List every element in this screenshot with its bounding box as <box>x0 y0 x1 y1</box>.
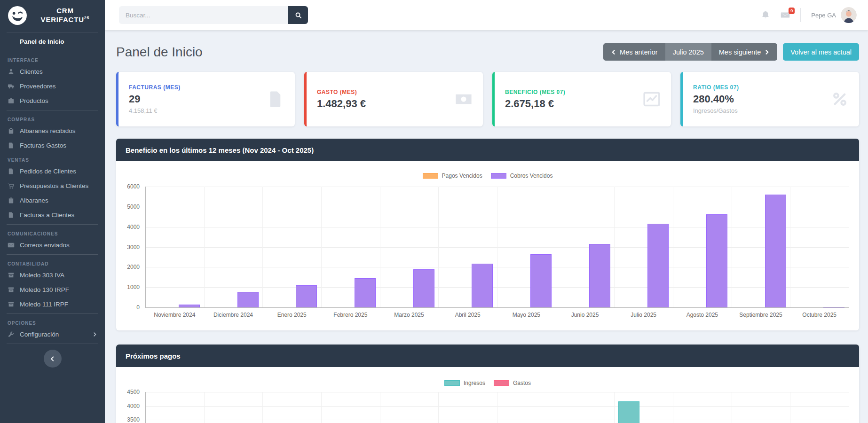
y-axis-tick: 1000 <box>116 284 140 290</box>
y-axis-tick: 5000 <box>116 204 140 210</box>
stat-card-value: 29 <box>129 93 267 105</box>
upcoming-payments-chart-card: Próximos pagos IngresosGastos05001000150… <box>116 345 859 423</box>
stat-card-subtext: Ingresos/Gastos <box>693 107 831 114</box>
sidebar-item-presupuestos-a-clientes[interactable]: Presupuestos a Clientes <box>0 179 105 193</box>
chart-plot-area: 050010001500200025003000350040004500 <box>145 392 849 423</box>
sidebar-section-heading: CONTABILIDAD <box>0 257 105 268</box>
bar-cobros-vencidos-1 <box>237 292 259 307</box>
gridline <box>556 187 556 307</box>
bar-cobros-vencidos-4 <box>413 269 434 307</box>
stat-card-label: BENEFICIO (MES 07) <box>505 89 643 95</box>
divider <box>7 224 98 225</box>
users-icon <box>8 68 15 75</box>
gridline <box>438 392 439 423</box>
gridline <box>262 392 263 423</box>
back-to-current-month-button[interactable]: Volver al mes actual <box>783 43 859 61</box>
search-form <box>119 6 308 24</box>
y-axis-tick: 0 <box>116 304 140 311</box>
brand-title: CRM VERIFACTU25 <box>33 7 97 24</box>
bar-cobros-vencidos-10 <box>765 195 786 307</box>
user-menu[interactable]: Pepe GA <box>811 7 857 23</box>
legend-item-pagos-vencidos[interactable]: Pagos Vencidos <box>423 172 482 179</box>
gridline <box>497 187 497 307</box>
search-input[interactable] <box>119 6 288 24</box>
notifications-bell-button[interactable] <box>761 10 770 20</box>
messages-button[interactable]: 9 <box>781 10 790 20</box>
clipboard-icon <box>8 127 15 134</box>
sidebar-item-albaranes[interactable]: Albaranes <box>0 193 105 208</box>
x-axis-tick: Octubre 2025 <box>790 312 849 318</box>
divider <box>7 254 98 255</box>
divider <box>7 51 98 51</box>
next-month-button[interactable]: Mes siguiente <box>711 43 777 61</box>
sidebar-item-facturas-gastos[interactable]: Facturas Gastos <box>0 138 105 153</box>
bar-cobros-vencidos-7 <box>589 244 610 307</box>
sidebar-item-facturas-a-clientes[interactable]: Facturas a Clientes <box>0 208 105 222</box>
y-axis-tick: 6000 <box>116 183 140 190</box>
sidebar-item-pedidos-de-clientes[interactable]: Pedidos de Clientes <box>0 164 105 179</box>
sidebar-collapse-button[interactable] <box>44 350 62 368</box>
x-axis-tick: Julio 2025 <box>614 312 673 318</box>
bar-cobros-vencidos-5 <box>472 264 493 307</box>
benefit-chart-card: Beneficio en los últimos 12 meses (Nov 2… <box>116 139 859 330</box>
month-nav-group: Mes anterior Julio 2025 Mes siguiente <box>603 43 777 61</box>
x-axis-tick: Enero 2025 <box>262 312 321 318</box>
legend-item-ingresos[interactable]: Ingresos <box>444 380 485 386</box>
legend-item-gastos[interactable]: Gastos <box>494 380 531 386</box>
x-axis-tick: Febrero 2025 <box>321 312 380 318</box>
chevron-left-icon <box>49 356 55 362</box>
legend-item-cobros-vencidos[interactable]: Cobros Vencidos <box>491 172 553 179</box>
sidebar-item-label: Facturas a Clientes <box>20 212 74 219</box>
gridline <box>262 187 263 307</box>
brand[interactable]: CRM VERIFACTU25 <box>0 0 105 30</box>
bell-icon <box>761 10 770 20</box>
bar-cobros-vencidos-3 <box>355 278 376 307</box>
x-axis-tick: Marzo 2025 <box>380 312 439 318</box>
chart-card-title: Beneficio en los últimos 12 meses (Nov 2… <box>116 139 859 161</box>
sidebar-item-moledo-130-irpf[interactable]: Moledo 130 IRPF <box>0 282 105 297</box>
sidebar-item-correos-enviados[interactable]: Correos enviados <box>0 238 105 252</box>
bar-cobros-vencidos-11 <box>823 307 844 307</box>
sidebar-section-heading: OPCIONES <box>0 316 105 327</box>
sidebar-item-productos[interactable]: Productos <box>0 94 105 108</box>
bar-cobros-vencidos-0 <box>179 305 200 307</box>
messages-badge: 9 <box>789 8 795 14</box>
sidebar-item-moledo-111-irpf[interactable]: Moledo 111 IRPF <box>0 297 105 312</box>
sidebar-item-configuraci-n[interactable]: Configuración <box>0 327 105 342</box>
gridline <box>673 187 673 307</box>
cart-icon <box>8 182 15 189</box>
main-content: Panel de Inicio Mes anterior Julio 2025 … <box>105 30 868 423</box>
stat-card-subtext: 4.158,11 € <box>129 107 267 114</box>
sidebar-item-albaranes-recibidos[interactable]: Albaranes recibidos <box>0 124 105 138</box>
gridline <box>790 187 790 307</box>
sidebar-item-label: Correos enviados <box>20 242 70 249</box>
percent-icon <box>831 90 849 108</box>
sidebar-item-panel-de-inicio[interactable]: Panel de Inicio <box>0 34 105 49</box>
gridline <box>790 392 790 423</box>
stat-card-gasto-mes: GASTO (MES)1.482,93 € <box>304 72 483 126</box>
sidebar-item-label: Proveedores <box>20 83 56 90</box>
x-axis-tick: Agosto 2025 <box>673 312 732 318</box>
legend-swatch <box>494 380 509 386</box>
gridline <box>732 187 732 307</box>
sidebar-item-label: Pedidos de Clientes <box>20 168 76 175</box>
sidebar-item-proveedores[interactable]: Proveedores <box>0 79 105 94</box>
search-button[interactable] <box>288 6 308 24</box>
gridline <box>614 392 615 423</box>
bar-cobros-vencidos-9 <box>706 214 727 307</box>
legend-label: Pagos Vencidos <box>442 172 482 179</box>
y-axis-tick: 2000 <box>116 264 140 270</box>
gauge-icon <box>8 38 15 45</box>
page-title: Panel de Inicio <box>116 45 203 60</box>
gridline <box>380 392 380 423</box>
sidebar-item-label: Moledo 111 IRPF <box>20 301 68 308</box>
prev-month-button[interactable]: Mes anterior <box>603 43 665 61</box>
y-axis-tick: 3000 <box>116 244 140 251</box>
sidebar-item-clientes[interactable]: Clientes <box>0 64 105 79</box>
user-name: Pepe GA <box>811 12 836 19</box>
file-invoice-icon <box>8 212 15 219</box>
x-axis-tick: Noviembre 2024 <box>145 312 204 318</box>
x-axis-tick: Diciembre 2024 <box>204 312 263 318</box>
sidebar-item-moledo-303-iva[interactable]: Moledo 303 IVA <box>0 268 105 282</box>
stat-cards-row: FACTURAS (MES)294.158,11 €GASTO (MES)1.4… <box>116 72 859 126</box>
